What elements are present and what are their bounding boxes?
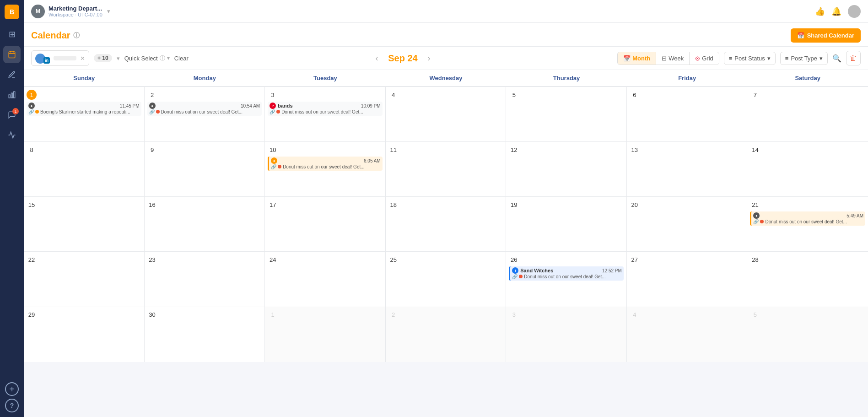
- add-post-button[interactable]: ⊕: [147, 132, 153, 140]
- add-post-button[interactable]: ⊕: [630, 298, 635, 305]
- add-draft-button[interactable]: ⊡: [34, 132, 39, 140]
- post-status-filter[interactable]: ≡ Post Status ▾: [724, 52, 776, 65]
- day-oct-1[interactable]: 1 ⊕ ⊡: [265, 307, 386, 362]
- thumbs-up-icon[interactable]: 👍: [815, 6, 825, 16]
- sidebar-item-reports[interactable]: [3, 126, 21, 144]
- add-draft-button[interactable]: ⊡: [516, 298, 522, 305]
- event[interactable]: ● 11:45 PM 🔗 Boeing's Starliner started …: [27, 102, 141, 116]
- day-28[interactable]: 28 ⊕ ⊡: [747, 252, 868, 306]
- help-icon[interactable]: ⓘ: [73, 32, 80, 40]
- add-draft-button[interactable]: ⊡: [637, 298, 642, 305]
- post-type-filter[interactable]: ≡ Post Type ▾: [780, 52, 828, 65]
- add-draft-button[interactable]: ⊡: [34, 298, 39, 305]
- add-draft-button[interactable]: ⊡: [757, 132, 763, 140]
- add-draft-button[interactable]: ⊡: [275, 353, 280, 360]
- day-15[interactable]: 15 ⊕ ⊡: [24, 197, 145, 251]
- search-button[interactable]: 🔍: [832, 54, 841, 63]
- add-post-button[interactable]: ⊕: [750, 132, 755, 140]
- day-27[interactable]: 27 ⊕ ⊡: [627, 252, 748, 306]
- add-post-button[interactable]: ⊕: [27, 353, 32, 360]
- add-post-button[interactable]: ⊕: [147, 187, 153, 195]
- add-draft-button[interactable]: ⊡: [516, 132, 522, 140]
- delete-button[interactable]: 🗑: [846, 51, 861, 65]
- app-logo[interactable]: B: [5, 5, 19, 19]
- add-post-button[interactable]: ⊕: [268, 242, 273, 249]
- sidebar-item-compose[interactable]: [3, 66, 21, 83]
- add-draft-button[interactable]: ⊡: [637, 353, 642, 360]
- add-draft-button[interactable]: ⊡: [516, 187, 522, 195]
- add-post-button[interactable]: ⊕: [27, 242, 32, 249]
- day-25[interactable]: 25 ⊕ ⊡: [386, 252, 507, 306]
- week-view-button[interactable]: ⊟ Week: [656, 52, 690, 65]
- prev-period-button[interactable]: ‹: [375, 54, 378, 62]
- grid-view-button[interactable]: ⊙ Grid: [690, 52, 719, 65]
- day-oct-2[interactable]: 2 ⊕ ⊡: [386, 307, 507, 362]
- event[interactable]: ● 6:05 AM 🔗 Donut miss out on our sweet …: [268, 157, 383, 171]
- add-post-button[interactable]: ⊕: [27, 187, 32, 195]
- add-post-button[interactable]: ⊕: [388, 353, 394, 360]
- add-post-button[interactable]: ⊕: [388, 132, 394, 140]
- add-post-button[interactable]: ⊕: [630, 132, 635, 140]
- day-11[interactable]: 11 ⊕ ⊡: [386, 142, 507, 196]
- add-draft-button[interactable]: ⊡: [275, 132, 280, 140]
- month-view-button[interactable]: 📅 Month: [618, 52, 656, 65]
- add-draft-button[interactable]: ⊡: [155, 242, 160, 249]
- sidebar-item-inbox[interactable]: 1: [3, 106, 21, 124]
- add-post-button[interactable]: ⊕: [268, 187, 273, 195]
- event[interactable]: f Sand Witches 12:52 PM 🔗 Donut miss out…: [509, 266, 624, 281]
- workspace-dropdown[interactable]: ▾: [107, 8, 110, 15]
- day-9[interactable]: 9 ⊕ ⊡: [145, 142, 265, 196]
- add-draft-button[interactable]: ⊡: [155, 353, 160, 360]
- add-post-button[interactable]: ⊕: [750, 242, 755, 249]
- add-post-button[interactable]: ⊕: [268, 298, 273, 305]
- day-29[interactable]: 29 ⊕ ⊡: [24, 307, 145, 362]
- add-post-button[interactable]: ⊕: [509, 132, 514, 140]
- add-draft-button[interactable]: ⊡: [396, 298, 401, 305]
- add-draft-button[interactable]: ⊡: [757, 298, 763, 305]
- day-7[interactable]: 7 ⊕ ⊡: [747, 87, 868, 141]
- add-draft-button[interactable]: ⊡: [155, 298, 160, 305]
- add-post-button[interactable]: ⊕: [630, 187, 635, 195]
- add-post-button[interactable]: ⊕: [268, 353, 273, 360]
- clear-button[interactable]: Clear: [174, 55, 189, 62]
- day-4[interactable]: 4 ⊕ ⊡: [386, 87, 507, 141]
- day-30[interactable]: 30 ⊕ ⊡: [145, 307, 265, 362]
- add-draft-button[interactable]: ⊡: [396, 353, 401, 360]
- add-post-button[interactable]: ⊕: [509, 242, 514, 249]
- add-post-button[interactable]: ⊕: [27, 298, 32, 305]
- add-draft-button[interactable]: ⊡: [275, 187, 280, 195]
- add-draft-button[interactable]: ⊡: [757, 187, 763, 195]
- day-26[interactable]: 26 f Sand Witches 12:52 PM 🔗 Donut miss …: [506, 252, 627, 306]
- sidebar-help-button[interactable]: ?: [5, 399, 19, 412]
- user-avatar[interactable]: [848, 5, 861, 18]
- day-18[interactable]: 18 ⊕ ⊡: [386, 197, 507, 251]
- sidebar-item-home[interactable]: ⊞: [3, 26, 21, 43]
- add-post-button[interactable]: ⊕: [147, 242, 153, 249]
- add-post-button[interactable]: ⊕: [509, 187, 514, 195]
- add-draft-button[interactable]: ⊡: [516, 242, 522, 249]
- add-draft-button[interactable]: ⊡: [516, 353, 522, 360]
- event[interactable]: ● 5:49 AM 🔗 Donut miss out on our sweet …: [750, 211, 865, 226]
- quick-select[interactable]: Quick Select ⓘ ▾: [124, 54, 170, 62]
- filter-dropdown-button[interactable]: ▾: [117, 55, 120, 62]
- add-post-button[interactable]: ⊕: [509, 353, 514, 360]
- shared-calendar-button[interactable]: 📅 Shared Calendar: [791, 28, 861, 43]
- add-post-button[interactable]: ⊕: [268, 132, 273, 140]
- event[interactable]: ● 10:54 AM 🔗 Donut miss out on our sweet…: [147, 102, 262, 116]
- add-draft-button[interactable]: ⊡: [34, 353, 39, 360]
- add-draft-button[interactable]: ⊡: [757, 353, 763, 360]
- add-post-button[interactable]: ⊕: [147, 298, 153, 305]
- day-24[interactable]: 24 ⊕ ⊡: [265, 252, 386, 306]
- day-3[interactable]: 3 P bands 10:09 PM 🔗 Donut miss out on o…: [265, 87, 386, 141]
- sidebar-item-analytics[interactable]: [3, 86, 21, 103]
- add-draft-button[interactable]: ⊡: [396, 187, 401, 195]
- day-oct-3[interactable]: 3 ⊕ ⊡: [506, 307, 627, 362]
- add-post-button[interactable]: ⊕: [750, 353, 755, 360]
- add-draft-button[interactable]: ⊡: [275, 298, 280, 305]
- add-post-button[interactable]: ⊕: [630, 353, 635, 360]
- day-12[interactable]: 12 ⊕ ⊡: [506, 142, 627, 196]
- day-23[interactable]: 23 ⊕ ⊡: [145, 252, 265, 306]
- day-21[interactable]: 21 ● 5:49 AM 🔗 Donut miss out on our swe…: [747, 197, 868, 251]
- add-draft-button[interactable]: ⊡: [155, 132, 160, 140]
- add-post-button[interactable]: ⊕: [750, 298, 755, 305]
